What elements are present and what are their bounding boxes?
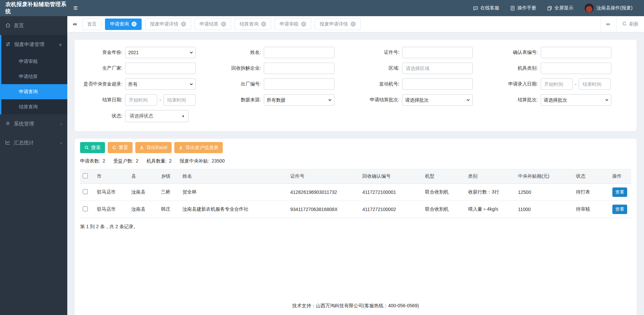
apply-date-end-input[interactable] <box>579 78 611 90</box>
reset-button[interactable]: 重置 <box>108 142 133 153</box>
status-dropdown[interactable]: 请选择状态 ▾ <box>125 110 188 122</box>
col-city: 市 <box>94 169 129 184</box>
col-category: 类别 <box>465 169 515 184</box>
apply-count-label: 申请表数: <box>80 158 100 164</box>
search-icon <box>84 145 89 150</box>
settle-batch-select[interactable]: 请选择批次 <box>541 94 611 106</box>
sidebar-item-apply-settle[interactable]: 申请结算 <box>1 69 67 84</box>
col-name: 姓名 <box>180 169 287 184</box>
close-icon[interactable]: × <box>301 22 306 27</box>
chat-icon <box>473 6 478 11</box>
over-record-select[interactable]: 所有 <box>125 78 196 90</box>
search-button[interactable]: 搜索 <box>80 142 105 153</box>
sidebar-item-system[interactable]: 系统管理 ‹ <box>0 114 67 133</box>
status-badge: 待打表 <box>573 184 610 201</box>
sidebar-item-stats[interactable]: 汇总统计 ‹ <box>0 133 67 152</box>
sidebar-item-apply-audit[interactable]: 申请审核 <box>1 54 67 69</box>
region-input[interactable] <box>402 63 473 74</box>
sidebar-item-stats-label: 汇总统计 <box>14 140 34 146</box>
select-all-checkbox[interactable] <box>83 173 88 178</box>
col-county: 县 <box>129 169 158 184</box>
recycler-input[interactable] <box>264 63 334 74</box>
sidebar-item-home-label: 首页 <box>14 23 24 29</box>
settle-batch-label: 结算批次: <box>494 97 541 103</box>
tabbar: 首页 申请查询× 报废申请详情× 申请结算× 结算查询× 申请审核× 报废申请详… <box>67 16 644 32</box>
avatar <box>584 3 594 13</box>
apply-count-value: 2 <box>103 158 105 164</box>
tab-apply-audit[interactable]: 申请审核× <box>275 19 311 30</box>
record-summary: 第 1 到 2 条，共 2 条记录。 <box>80 224 631 230</box>
tab-home[interactable]: 首页 <box>82 19 102 30</box>
date-range-dash: - <box>159 97 161 103</box>
tabs-scroll-left-button[interactable] <box>67 16 81 32</box>
view-button[interactable]: 查看 <box>612 205 627 214</box>
apply-settle-batch-label: 申请结算批次: <box>356 97 402 103</box>
apply-date-label: 申请录入日期: <box>494 81 541 87</box>
tab-apply-settle[interactable]: 申请结算× <box>194 19 231 30</box>
data-source-select[interactable]: 所有数据 <box>264 94 334 106</box>
tab-settle-query[interactable]: 结算查询× <box>235 19 271 30</box>
settle-date-start-input[interactable] <box>125 94 157 106</box>
sidebar-item-settle-query[interactable]: 结算查询 <box>1 99 67 114</box>
export-farmer-info-button[interactable]: 导出农户信息表 <box>174 142 223 153</box>
factory-no-input[interactable] <box>264 78 334 90</box>
col-recycle-no: 回收确认编号 <box>360 169 422 184</box>
online-service-button[interactable]: 在线客服 <box>468 0 505 16</box>
col-id: 证件号 <box>288 169 360 184</box>
status-badge: 待审核 <box>573 201 610 218</box>
col-action: 操作 <box>610 169 631 184</box>
id-number-input[interactable] <box>402 47 473 58</box>
apply-date-start-input[interactable] <box>541 78 573 90</box>
chevron-left-icon: ‹ <box>61 140 62 145</box>
refresh-label: 刷新 <box>629 21 639 27</box>
tab-scrap-detail-2[interactable]: 报废申请详情× <box>315 19 361 30</box>
confirm-no-input[interactable] <box>541 47 611 58</box>
manual-button[interactable]: 操作手册 <box>505 0 542 16</box>
fullscreen-button[interactable]: 全屏显示 <box>542 0 579 16</box>
table-row: 驻马店市 汝南县 三桥 贺全林 412826196903011732 41172… <box>80 184 631 201</box>
tab-scrap-detail-1[interactable]: 报废申请详情× <box>145 19 191 30</box>
data-source-label: 数据来源: <box>217 97 264 103</box>
machine-category-label: 机具类别: <box>494 65 541 71</box>
name-input[interactable] <box>264 47 334 58</box>
user-menu[interactable]: 汝南县操作(报废) <box>579 0 638 16</box>
row-checkbox[interactable] <box>83 206 88 211</box>
id-number-label: 证件号: <box>356 49 402 56</box>
manual-label: 操作手册 <box>517 5 536 11</box>
close-icon[interactable]: × <box>261 22 266 27</box>
support-footer: 技术支持：山西万鸿科技有限公司(客服热线：400-056-0569) <box>80 298 631 315</box>
apply-settle-batch-select[interactable]: 请选择批次 <box>402 94 473 106</box>
online-service-label: 在线客服 <box>480 5 499 11</box>
fullscreen-label: 全屏显示 <box>554 5 573 11</box>
chevron-down-icon: ∨ <box>59 42 62 47</box>
export-excel-button[interactable]: 导出Excel <box>135 142 172 153</box>
close-icon[interactable]: × <box>221 22 226 27</box>
col-town: 乡镇 <box>158 169 180 184</box>
hamburger-icon[interactable]: ≡ <box>67 4 84 12</box>
close-icon[interactable]: × <box>181 22 186 27</box>
refresh-button[interactable]: 刷新 <box>616 16 644 32</box>
machine-category-input[interactable] <box>541 63 611 74</box>
table-row: 驻马店市 汝南县 韩庄 汝南县建新农机服务专业合作社 9341172706381… <box>80 201 631 218</box>
sidebar-item-apply-query[interactable]: 申请查询 <box>0 84 67 99</box>
row-checkbox[interactable] <box>83 189 88 194</box>
table-header-row: 市 县 乡镇 姓名 证件号 回收确认编号 机型 类别 中央补贴额(元) 状态 操 <box>80 169 631 184</box>
subsidy-total-value: 23500 <box>212 158 225 164</box>
tab-apply-query[interactable]: 申请查询× <box>105 19 142 30</box>
sidebar: 首页 报废申请管理 ∨ 申请审核 申请结算 申请查询 结算查询 系统管理 ‹ 汇… <box>0 16 67 315</box>
sidebar-item-home[interactable]: 首页 <box>0 16 67 35</box>
col-model: 机型 <box>422 169 465 184</box>
gear-icon <box>5 121 10 127</box>
close-icon[interactable]: × <box>351 22 356 27</box>
settle-date-end-input[interactable] <box>164 94 195 106</box>
close-icon[interactable]: × <box>132 22 137 27</box>
view-button[interactable]: 查看 <box>612 187 627 197</box>
tabs-scroll-right-button[interactable] <box>601 16 616 32</box>
machine-count-value: 2 <box>169 158 172 164</box>
manufacturer-input[interactable] <box>125 63 196 74</box>
results-table: 市 县 乡镇 姓名 证件号 回收确认编号 机型 类别 中央补贴额(元) 状态 操 <box>80 169 631 218</box>
year-select[interactable]: 2021 <box>125 47 196 58</box>
engine-no-input[interactable] <box>402 78 473 90</box>
sidebar-item-scrap-management[interactable]: 报废申请管理 ∨ <box>1 35 67 54</box>
result-panel: 搜索 重置 导出Excel 导出农户信息表 <box>75 139 637 315</box>
